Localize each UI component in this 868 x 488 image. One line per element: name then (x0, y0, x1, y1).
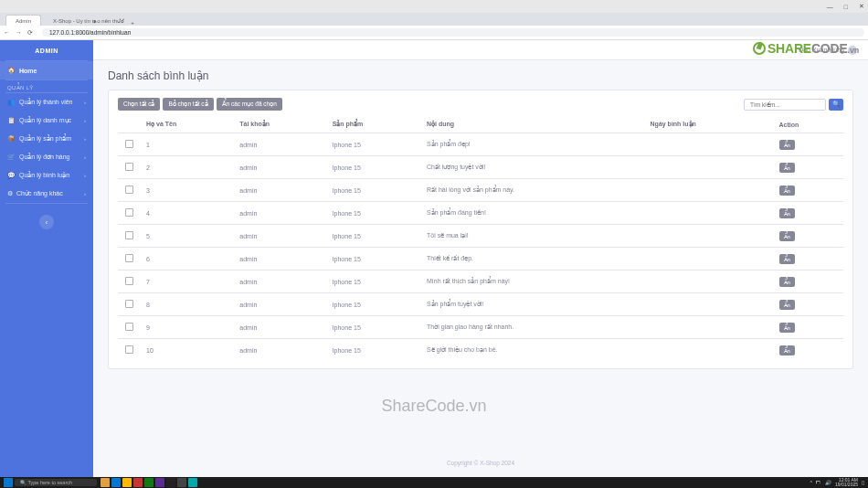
hide-button[interactable]: Ẩn (779, 300, 795, 310)
table-row: 3adminIphone 15Rất hài lòng với sản phẩm… (118, 179, 843, 202)
sidebar-item-label: Quản lý bình luận (19, 172, 69, 179)
back-icon[interactable]: ← (4, 29, 10, 36)
sidebar: ADMIN 🏠Home QUẢN LÝ 👥Quản lý thành viên … (0, 40, 93, 477)
window-close-icon[interactable]: ✕ (859, 3, 864, 10)
tray-sound-icon[interactable]: 🔊 (825, 480, 831, 485)
sidebar-item-comments[interactable]: 💬Quản lý bình luận › (0, 166, 93, 185)
hide-button[interactable]: Ẩn (779, 254, 795, 264)
row-checkbox[interactable] (125, 323, 133, 331)
window-maximize-icon[interactable]: □ (844, 4, 848, 10)
cell-account: admin (234, 248, 326, 271)
deselect-all-button[interactable]: Bỏ chọn tất cả (163, 98, 213, 111)
sidebar-item-members[interactable]: 👥Quản lý thành viên › (0, 93, 93, 111)
taskbar-app-icon[interactable] (133, 478, 143, 487)
row-checkbox[interactable] (125, 186, 133, 194)
sidebar-item-categories[interactable]: 📋Quản lý danh mục › (0, 111, 93, 130)
taskbar-search[interactable]: 🔍 Type here to search (15, 479, 97, 486)
logo-text-1: SHARE (767, 41, 811, 56)
table-row: 5adminIphone 15Tôi sẽ mua lại!Ẩn (118, 225, 843, 248)
hide-button[interactable]: Ẩn (779, 231, 795, 241)
chevron-right-icon: › (84, 136, 86, 142)
cell-id: 7 (141, 271, 234, 293)
tray-wifi-icon[interactable]: ⛉ (816, 480, 821, 485)
sidebar-brand[interactable]: ADMIN (0, 40, 93, 60)
cell-date (645, 271, 774, 293)
cell-product: Iphone 15 (327, 133, 421, 156)
row-checkbox[interactable] (125, 345, 133, 354)
sidebar-item-home[interactable]: 🏠Home (0, 61, 93, 80)
taskbar-app-icon[interactable] (144, 478, 153, 487)
tray-chevron-icon[interactable]: ^ (810, 480, 812, 485)
taskbar-app-icon[interactable] (101, 478, 110, 487)
window-minimize-icon[interactable]: — (827, 4, 833, 10)
footer-copyright: Copyright © X-Shop 2024 (93, 460, 868, 466)
row-checkbox[interactable] (125, 254, 133, 262)
tray-notification-icon[interactable]: ▯ (862, 480, 864, 485)
sidebar-item-orders[interactable]: 🛒Quản lý đơn hàng › (0, 148, 93, 166)
table-row: 9adminIphone 15Thời gian giao hàng rất n… (118, 316, 843, 339)
search-button[interactable]: 🔍 (829, 99, 843, 111)
sidebar-item-label: Quản lý thành viên (19, 99, 72, 106)
taskbar-app-icon[interactable] (188, 478, 197, 487)
table-row: 10adminIphone 15Sẽ giới thiệu cho bạn bè… (118, 339, 843, 362)
taskbar-app-icon[interactable] (177, 478, 186, 487)
col-product: Sản phẩm (327, 116, 421, 133)
logo-text-2: CODE (811, 41, 848, 56)
cell-date (645, 225, 774, 248)
cell-account: admin (234, 225, 326, 248)
cell-content: Tôi sẽ mua lại! (421, 225, 645, 248)
table-row: 7adminIphone 15Mình rất thích sản phẩm n… (118, 271, 843, 293)
hide-button[interactable]: Ẩn (779, 208, 795, 218)
hide-button[interactable]: Ẩn (779, 323, 795, 333)
cell-content: Thời gian giao hàng rất nhanh. (421, 316, 645, 339)
chevron-right-icon: › (84, 154, 86, 160)
forward-icon[interactable]: → (16, 29, 22, 36)
cell-account: admin (234, 133, 326, 156)
row-checkbox[interactable] (125, 300, 133, 308)
sidebar-item-products[interactable]: 📦Quản lý sản phẩm › (0, 130, 93, 148)
taskbar-app-icon[interactable] (122, 478, 132, 487)
sidebar-section-label: QUẢN LÝ (0, 80, 93, 92)
row-checkbox[interactable] (125, 163, 133, 171)
list-icon: 📋 (7, 117, 16, 124)
hide-button[interactable]: Ẩn (779, 140, 795, 150)
cell-id: 4 (141, 202, 234, 225)
cell-id: 5 (141, 225, 234, 248)
cell-account: admin (234, 293, 326, 316)
cell-product: Iphone 15 (327, 202, 421, 225)
taskbar-app-icon[interactable] (155, 478, 164, 487)
hide-selected-button[interactable]: Ẩn các mục đã chọn (217, 98, 282, 111)
cell-account: admin (234, 202, 326, 225)
row-checkbox[interactable] (125, 231, 133, 239)
cell-date (645, 339, 774, 362)
hide-button[interactable]: Ẩn (779, 163, 795, 173)
taskbar-app-icon[interactable] (111, 478, 121, 487)
cell-product: Iphone 15 (327, 271, 421, 293)
cell-product: Iphone 15 (327, 316, 421, 339)
select-all-button[interactable]: Chọn tất cả (118, 98, 160, 111)
browser-tab-1[interactable]: Admin (5, 15, 41, 26)
start-button[interactable] (4, 478, 13, 487)
reload-icon[interactable]: ⟳ (27, 29, 33, 36)
sidebar-collapse-button[interactable]: ‹ (39, 215, 54, 229)
hide-button[interactable]: Ẩn (779, 277, 795, 287)
hide-button[interactable]: Ẩn (779, 345, 795, 355)
address-bar[interactable]: 127.0.0.1:8000/admin/binhluan (42, 28, 864, 37)
table-row: 1adminIphone 15Sản phẩm đẹp!Ẩn (118, 133, 843, 156)
table-row: 2adminIphone 15Chất lượng tuyệt vời!Ẩn (118, 156, 843, 179)
sidebar-item-other[interactable]: ⚙Chức năng khác › (0, 185, 93, 203)
cell-product: Iphone 15 (327, 293, 421, 316)
hide-button[interactable]: Ẩn (779, 186, 795, 196)
cell-date (645, 248, 774, 271)
new-tab-button[interactable]: + (127, 20, 138, 26)
row-checkbox[interactable] (125, 140, 133, 148)
logo-text-3: .vn (848, 46, 859, 55)
taskbar-clock[interactable]: 12:01 AM 19/01/2025 (835, 478, 858, 487)
browser-tab-2[interactable]: X-Shop - Uy tín tạo nên thươn... (43, 15, 125, 26)
cell-date (645, 133, 774, 156)
taskbar-app-icon[interactable] (166, 478, 175, 487)
row-checkbox[interactable] (125, 208, 133, 217)
sharecode-logo: SHARECODE.vn (753, 41, 859, 56)
row-checkbox[interactable] (125, 277, 133, 285)
search-input[interactable] (744, 99, 826, 111)
